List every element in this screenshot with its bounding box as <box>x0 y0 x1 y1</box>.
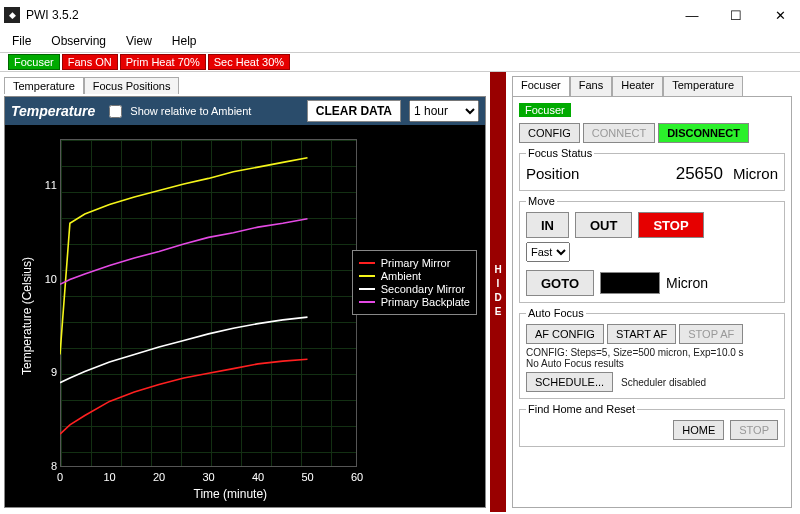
series-line <box>60 219 308 285</box>
y-tick: 10 <box>43 273 57 285</box>
focus-status-group: Focus Status Position 25650 Micron <box>519 147 785 191</box>
start-af-button[interactable]: START AF <box>607 324 676 344</box>
time-range-select[interactable]: 1 hour <box>409 100 479 122</box>
x-tick: 60 <box>351 471 363 483</box>
position-unit: Micron <box>733 165 778 182</box>
series-line <box>60 158 308 355</box>
status-fans[interactable]: Fans ON <box>62 54 118 70</box>
x-tick: 40 <box>252 471 264 483</box>
show-relative-checkbox[interactable] <box>109 105 122 118</box>
chart-header: Temperature Show relative to Ambient CLE… <box>5 97 485 125</box>
left-panel: Temperature Focus Positions Temperature … <box>0 72 490 512</box>
rtab-focuser[interactable]: Focuser <box>512 76 570 96</box>
move-group: Move IN OUT STOP Fast GOTO Micron <box>519 195 785 303</box>
menu-help[interactable]: Help <box>172 34 197 48</box>
y-tick: 9 <box>43 366 57 378</box>
y-tick: 11 <box>43 179 57 191</box>
x-axis-label: Time (minute) <box>193 487 267 501</box>
series-line <box>60 359 308 434</box>
autofocus-group: Auto Focus AF CONFIG START AF STOP AF CO… <box>519 307 785 399</box>
close-button[interactable]: ✕ <box>766 5 794 25</box>
rtab-fans[interactable]: Fans <box>570 76 612 96</box>
right-tabs: Focuser Fans Heater Temperature <box>512 76 792 96</box>
series-line <box>60 317 308 383</box>
speed-select[interactable]: Fast <box>526 242 570 262</box>
goto-button[interactable]: GOTO <box>526 270 594 296</box>
tab-focus-positions[interactable]: Focus Positions <box>84 77 180 94</box>
rtab-temperature[interactable]: Temperature <box>663 76 743 96</box>
home-group: Find Home and Reset HOME STOP <box>519 403 785 447</box>
legend-item: Primary Mirror <box>359 257 470 269</box>
connect-button[interactable]: CONNECT <box>583 123 655 143</box>
maximize-button[interactable]: ☐ <box>722 5 750 25</box>
chart-container: Temperature Show relative to Ambient CLE… <box>4 96 486 508</box>
af-results: No Auto Focus results <box>526 358 778 369</box>
x-tick: 30 <box>202 471 214 483</box>
x-tick: 50 <box>301 471 313 483</box>
position-label: Position <box>526 165 666 182</box>
show-relative-label: Show relative to Ambient <box>130 105 251 117</box>
move-legend: Move <box>526 195 557 207</box>
app-icon: ◆ <box>4 7 20 23</box>
x-tick: 20 <box>153 471 165 483</box>
af-config-line: CONFIG: Steps=5, Size=500 micron, Exp=10… <box>526 347 778 358</box>
home-button[interactable]: HOME <box>673 420 724 440</box>
menu-file[interactable]: File <box>12 34 31 48</box>
scheduler-state: Scheduler disabled <box>621 377 706 388</box>
disconnect-button[interactable]: DISCONNECT <box>658 123 749 143</box>
autofocus-legend: Auto Focus <box>526 307 586 319</box>
y-tick: 8 <box>43 460 57 472</box>
hide-label: HIDE <box>493 264 504 320</box>
focuser-pill: Focuser <box>519 103 571 117</box>
plot-area: Temperature (Celsius) Time (minute) Prim… <box>5 125 485 507</box>
chart-legend: Primary MirrorAmbientSecondary MirrorPri… <box>352 250 477 315</box>
clear-data-button[interactable]: CLEAR DATA <box>307 100 401 122</box>
stop-button[interactable]: STOP <box>638 212 703 238</box>
focus-status-legend: Focus Status <box>526 147 594 159</box>
position-value: 25650 <box>676 164 723 184</box>
legend-item: Secondary Mirror <box>359 283 470 295</box>
menu-view[interactable]: View <box>126 34 152 48</box>
out-button[interactable]: OUT <box>575 212 632 238</box>
home-legend: Find Home and Reset <box>526 403 637 415</box>
rtab-heater[interactable]: Heater <box>612 76 663 96</box>
left-tabs: Temperature Focus Positions <box>0 72 490 94</box>
config-button[interactable]: CONFIG <box>519 123 580 143</box>
legend-item: Ambient <box>359 270 470 282</box>
af-config-button[interactable]: AF CONFIG <box>526 324 604 344</box>
in-button[interactable]: IN <box>526 212 569 238</box>
right-panel: Focuser Fans Heater Temperature Focuser … <box>506 72 800 512</box>
schedule-button[interactable]: SCHEDULE... <box>526 372 613 392</box>
status-primheat[interactable]: Prim Heat 70% <box>120 54 206 70</box>
x-tick: 10 <box>103 471 115 483</box>
chart-title: Temperature <box>11 103 95 119</box>
goto-unit: Micron <box>666 275 708 291</box>
home-stop-button[interactable]: STOP <box>730 420 778 440</box>
status-focuser[interactable]: Focuser <box>8 54 60 70</box>
stop-af-button[interactable]: STOP AF <box>679 324 743 344</box>
title-bar: ◆ PWI 3.5.2 — ☐ ✕ <box>0 0 800 30</box>
y-axis-label: Temperature (Celsius) <box>20 257 34 375</box>
status-secheat[interactable]: Sec Heat 30% <box>208 54 290 70</box>
menu-observing[interactable]: Observing <box>51 34 106 48</box>
menu-bar: File Observing View Help <box>0 30 800 52</box>
minimize-button[interactable]: — <box>678 5 706 25</box>
hide-strip[interactable]: HIDE <box>490 72 506 512</box>
status-strip: Focuser Fans ON Prim Heat 70% Sec Heat 3… <box>0 52 800 72</box>
focuser-panel: Focuser CONFIG CONNECT DISCONNECT Focus … <box>512 96 792 508</box>
tab-temperature[interactable]: Temperature <box>4 77 84 94</box>
goto-input[interactable] <box>600 272 660 294</box>
chart-lines <box>60 139 357 467</box>
x-tick: 0 <box>57 471 63 483</box>
window-title: PWI 3.5.2 <box>26 8 678 22</box>
legend-item: Primary Backplate <box>359 296 470 308</box>
